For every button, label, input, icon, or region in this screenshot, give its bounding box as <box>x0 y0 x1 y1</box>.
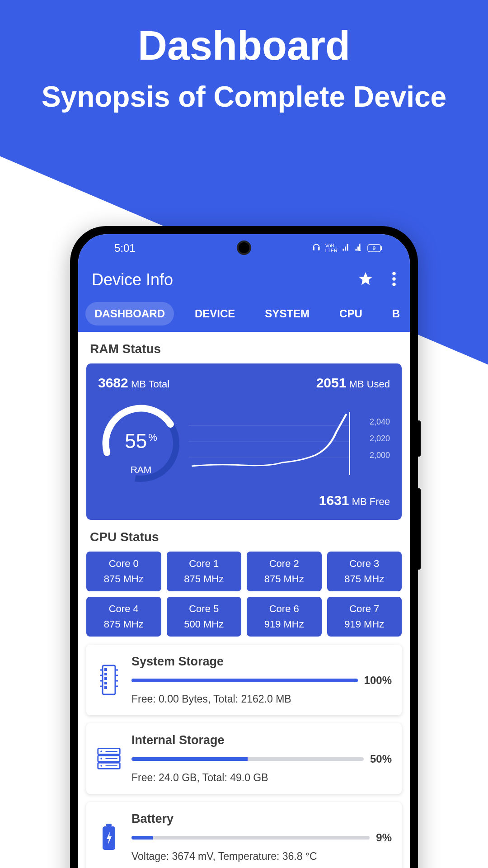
svg-point-5 <box>392 283 396 286</box>
svg-point-31 <box>100 765 102 767</box>
phone-power-button <box>417 420 421 457</box>
svg-text:9: 9 <box>373 245 375 251</box>
storage-title: Battery <box>131 812 392 826</box>
storage-title: System Storage <box>131 655 392 669</box>
tab-more[interactable]: B <box>383 302 409 326</box>
storage-progress-bar <box>131 757 364 761</box>
cpu-core-1: Core 1875 MHz <box>167 552 242 591</box>
status-time: 5:01 <box>114 242 136 255</box>
cpu-core-2: Core 2875 MHz <box>247 552 322 591</box>
svg-rect-13 <box>104 668 107 671</box>
ram-free: 1631 MB Free <box>98 493 390 508</box>
tab-cpu[interactable]: CPU <box>330 302 371 326</box>
promo-subtitle: Synopsis of Complete Device <box>0 80 488 113</box>
promo-text: Dashboard Synopsis of Complete Device <box>0 0 488 113</box>
svg-rect-1 <box>381 246 382 250</box>
svg-rect-15 <box>104 677 107 680</box>
cpu-core-0: Core 0875 MHz <box>86 552 161 591</box>
app-bar: Device Info <box>78 262 410 297</box>
internal-storage-card[interactable]: Internal Storage 50% Free: 24.0 GB, Tota… <box>86 723 402 794</box>
storage-percent: 50% <box>370 753 392 765</box>
headphones-icon <box>312 243 321 254</box>
phone-volume-button <box>417 488 421 570</box>
storage-detail: Free: 0.00 Bytes, Total: 2162.0 MB <box>131 693 392 705</box>
svg-point-3 <box>392 272 396 275</box>
more-icon[interactable] <box>392 271 396 289</box>
svg-rect-14 <box>104 673 107 675</box>
svg-point-4 <box>392 277 396 281</box>
tab-device[interactable]: DEVICE <box>186 302 244 326</box>
cpu-core-5: Core 5500 MHz <box>167 597 242 637</box>
tab-dashboard[interactable]: DASHBOARD <box>85 302 174 326</box>
storage-title: Internal Storage <box>131 733 392 747</box>
ram-total: 3682 MB Total <box>98 375 169 391</box>
ram-card: 3682 MB Total 2051 MB Used 55% RAM <box>86 363 402 520</box>
app-title: Device Info <box>92 270 173 289</box>
ram-sparkline: 2,040 2,020 2,000 <box>188 407 390 480</box>
signal-icon-2 <box>355 243 363 254</box>
storage-detail: Voltage: 3674 mV, Temperature: 36.8 °C <box>131 850 392 863</box>
battery-icon: 9 <box>367 244 383 252</box>
ram-gauge: 55% RAM <box>98 401 184 486</box>
svg-point-29 <box>100 750 102 752</box>
svg-rect-35 <box>106 824 112 826</box>
battery-card[interactable]: Battery 9% Voltage: 3674 mV, Temperature… <box>86 802 402 868</box>
system-storage-card[interactable]: System Storage 100% Free: 0.00 Bytes, To… <box>86 645 402 715</box>
tab-system[interactable]: SYSTEM <box>256 302 319 326</box>
disk-stack-icon <box>96 743 122 774</box>
cpu-core-3: Core 3875 MHz <box>327 552 402 591</box>
star-icon[interactable] <box>357 271 374 289</box>
phone-camera-notch <box>239 242 249 253</box>
storage-detail: Free: 24.0 GB, Total: 49.0 GB <box>131 772 392 784</box>
phone-frame: 5:01 VoBLTER 9 Device Info <box>70 226 418 868</box>
storage-progress-bar <box>131 836 370 840</box>
cpu-core-4: Core 4875 MHz <box>86 597 161 637</box>
ram-section-title: RAM Status <box>78 332 410 363</box>
svg-point-30 <box>100 758 102 760</box>
battery-icon <box>96 822 122 853</box>
ram-used: 2051 MB Used <box>316 375 390 391</box>
tab-bar[interactable]: DASHBOARD DEVICE SYSTEM CPU B <box>78 297 410 332</box>
svg-rect-17 <box>104 686 107 689</box>
volte-icon: VoBLTER <box>325 243 338 253</box>
storage-percent: 100% <box>364 674 392 687</box>
cpu-core-6: Core 6919 MHz <box>247 597 322 637</box>
status-right-icons: VoBLTER 9 <box>312 243 383 254</box>
cpu-grid: Core 0875 MHz Core 1875 MHz Core 2875 MH… <box>78 552 410 637</box>
content-scroll[interactable]: RAM Status 3682 MB Total 2051 MB Used 55… <box>78 332 410 868</box>
storage-progress-bar <box>131 679 358 682</box>
svg-rect-16 <box>104 682 107 684</box>
storage-percent: 9% <box>376 831 392 844</box>
cpu-core-7: Core 7919 MHz <box>327 597 402 637</box>
cpu-section-title: CPU Status <box>78 520 410 552</box>
phone-screen: 5:01 VoBLTER 9 Device Info <box>78 234 410 868</box>
signal-icon <box>342 243 350 254</box>
promo-title: Dashboard <box>0 23 488 69</box>
memory-chip-icon <box>96 665 122 695</box>
